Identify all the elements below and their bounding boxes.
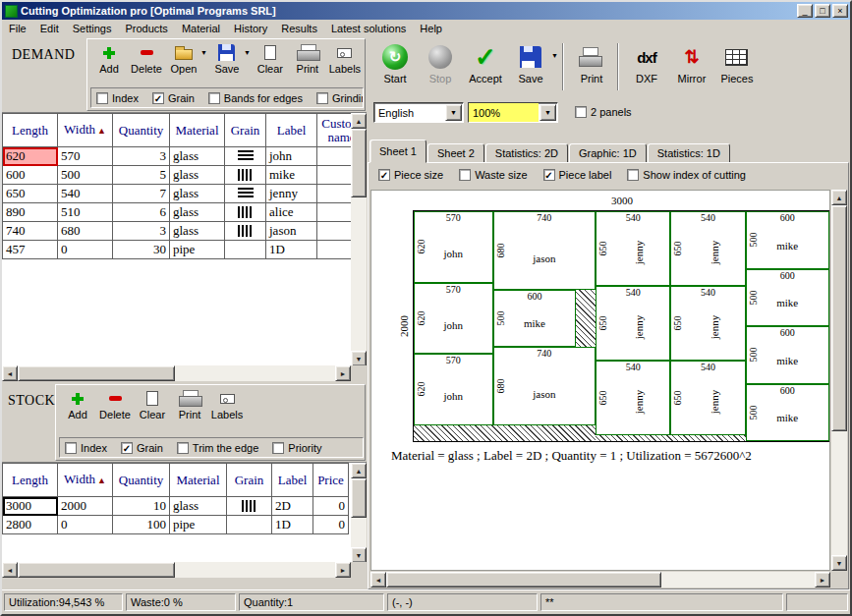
table-row[interactable]: 28000100pipe1D0 bbox=[3, 516, 349, 534]
cell[interactable]: 0 bbox=[58, 516, 113, 534]
tab-sheet-1[interactable]: Sheet 1 bbox=[369, 140, 426, 163]
cell[interactable]: 7 bbox=[113, 185, 170, 203]
cell[interactable]: alice bbox=[266, 203, 317, 222]
menu-help[interactable]: Help bbox=[413, 21, 449, 36]
cell[interactable]: 1D bbox=[266, 241, 317, 259]
column-header-quantity[interactable]: Quantity bbox=[113, 464, 170, 497]
stock-print-button[interactable]: Print bbox=[171, 387, 208, 430]
cell[interactable]: 650 bbox=[3, 185, 58, 203]
checkbox-grain[interactable]: ✓Grain bbox=[152, 92, 195, 104]
clear-button[interactable]: Clear bbox=[252, 41, 289, 84]
checkbox-show-index-of-cutting[interactable]: Show index of cutting bbox=[627, 169, 746, 181]
tab-sheet-2[interactable]: Sheet 2 bbox=[427, 143, 484, 163]
table-row[interactable]: 6505407glassjenny bbox=[3, 185, 367, 203]
stock-horizontal-right-arrow[interactable]: ► bbox=[335, 562, 351, 578]
checkbox-2-panels[interactable]: 2 panels bbox=[575, 106, 632, 118]
stop-button[interactable]: Stop bbox=[418, 40, 463, 98]
cell[interactable]: glass bbox=[170, 222, 225, 241]
table-row[interactable]: 6005005glassmike bbox=[3, 166, 367, 185]
cell[interactable]: mike bbox=[266, 166, 317, 185]
cell[interactable]: 5 bbox=[113, 166, 170, 185]
column-header-length[interactable]: Length bbox=[3, 114, 58, 147]
cell[interactable]: 6 bbox=[113, 203, 170, 222]
cell[interactable]: 100 bbox=[113, 516, 170, 534]
cell[interactable]: 620 bbox=[3, 147, 58, 166]
checkbox-trim-the-edge[interactable]: Trim the edge bbox=[177, 442, 258, 454]
column-header-label[interactable]: Label bbox=[266, 114, 317, 147]
cell[interactable]: 3 bbox=[113, 222, 170, 241]
open-button[interactable]: Open bbox=[165, 41, 202, 84]
menu-material[interactable]: Material bbox=[175, 21, 227, 36]
cell[interactable]: 10 bbox=[113, 497, 170, 516]
cell[interactable]: glass bbox=[170, 166, 225, 185]
checkbox-box[interactable] bbox=[208, 92, 220, 104]
menu-latest-solutions[interactable]: Latest solutions bbox=[324, 21, 413, 36]
cell[interactable]: 0 bbox=[313, 497, 349, 516]
stock-horizontal-thumb[interactable] bbox=[18, 562, 175, 578]
language-select[interactable]: English ▼ bbox=[373, 102, 464, 123]
menu-edit[interactable]: Edit bbox=[33, 21, 66, 36]
canvas-vertical-scrollbar[interactable]: ▲▼ bbox=[831, 190, 847, 571]
stock-vertical-down-arrow[interactable]: ▼ bbox=[351, 547, 367, 563]
menu-settings[interactable]: Settings bbox=[66, 21, 119, 36]
save-dropdown-icon[interactable]: ▼ bbox=[551, 52, 558, 98]
column-header-material[interactable]: Material bbox=[170, 464, 227, 497]
cell[interactable]: 570 bbox=[58, 147, 113, 166]
cell[interactable]: 1D bbox=[272, 516, 313, 534]
accept-button[interactable]: ✓ Accept bbox=[463, 40, 508, 98]
stock-table[interactable]: LengthWidth▲QuantityMaterialGrainLabelPr… bbox=[2, 463, 349, 534]
print-button[interactable]: Print bbox=[289, 41, 326, 84]
demand-vertical-up-arrow[interactable]: ▲ bbox=[351, 113, 367, 129]
table-row[interactable]: 457030pipe1D bbox=[3, 241, 367, 259]
checkbox-box[interactable] bbox=[459, 169, 471, 181]
canvas-horizontal-thumb[interactable] bbox=[386, 572, 661, 588]
cell[interactable]: pipe bbox=[170, 241, 225, 259]
checkbox-index[interactable]: Index bbox=[65, 442, 107, 454]
cell[interactable] bbox=[225, 147, 266, 166]
column-header-label[interactable]: Label bbox=[272, 464, 313, 497]
checkbox-priority[interactable]: Priority bbox=[272, 442, 321, 454]
cell[interactable]: 540 bbox=[58, 185, 113, 203]
checkbox-box[interactable]: ✓ bbox=[378, 169, 390, 181]
demand-horizontal-thumb[interactable] bbox=[18, 365, 175, 381]
menu-results[interactable]: Results bbox=[274, 21, 324, 36]
cell[interactable]: pipe bbox=[170, 516, 227, 534]
checkbox-box[interactable] bbox=[177, 442, 189, 454]
chevron-down-icon[interactable]: ▼ bbox=[445, 104, 462, 121]
cut-piece-mike[interactable]: 600500mike bbox=[746, 326, 829, 384]
checkbox-box[interactable] bbox=[627, 169, 639, 181]
checkbox-box[interactable] bbox=[272, 442, 284, 454]
checkbox-bands-for-edges[interactable]: Bands for edges bbox=[208, 92, 303, 104]
tab-statistics-2d[interactable]: Statistics: 2D bbox=[485, 143, 568, 163]
checkbox-piece-size[interactable]: ✓Piece size bbox=[378, 169, 443, 181]
checkbox-grain[interactable]: ✓Grain bbox=[121, 442, 163, 454]
stock-vertical-up-arrow[interactable]: ▲ bbox=[351, 463, 367, 478]
column-header-material[interactable]: Material bbox=[170, 114, 225, 147]
stock-clear-button[interactable]: Clear bbox=[134, 387, 171, 430]
checkbox-waste-size[interactable]: Waste size bbox=[459, 169, 527, 181]
cut-piece-mike[interactable]: 600500mike bbox=[493, 290, 577, 348]
result-save-button[interactable]: Save bbox=[508, 40, 553, 98]
stock-vertical-thumb[interactable] bbox=[351, 478, 367, 518]
stock-add-button[interactable]: Add bbox=[59, 387, 96, 430]
cell[interactable]: 680 bbox=[58, 222, 113, 241]
cell[interactable]: jenny bbox=[266, 185, 317, 203]
add-button[interactable]: Add bbox=[90, 41, 128, 84]
cell[interactable]: 2800 bbox=[3, 516, 58, 534]
stock-labels-button[interactable]: Labels bbox=[208, 387, 246, 430]
cell[interactable]: 2D bbox=[272, 497, 313, 516]
save-button[interactable]: Save bbox=[208, 41, 246, 84]
demand-horizontal-left-arrow[interactable]: ◄ bbox=[2, 365, 18, 381]
table-row[interactable]: 8905106glassalice bbox=[3, 203, 367, 222]
cut-piece-jenny[interactable]: 540650jenny bbox=[670, 286, 745, 361]
tab-statistics-1d[interactable]: Statistics: 1D bbox=[648, 143, 730, 163]
cell[interactable]: 740 bbox=[3, 222, 58, 241]
menu-file[interactable]: File bbox=[2, 21, 33, 36]
pieces-button[interactable]: Pieces bbox=[714, 40, 760, 98]
delete-button[interactable]: Delete bbox=[128, 41, 165, 84]
stock-horizontal-left-arrow[interactable]: ◄ bbox=[2, 562, 18, 578]
menu-products[interactable]: Products bbox=[118, 21, 174, 36]
checkbox-box[interactable]: ✓ bbox=[152, 92, 164, 104]
cell[interactable] bbox=[225, 241, 266, 259]
close-button[interactable]: × bbox=[832, 4, 848, 18]
